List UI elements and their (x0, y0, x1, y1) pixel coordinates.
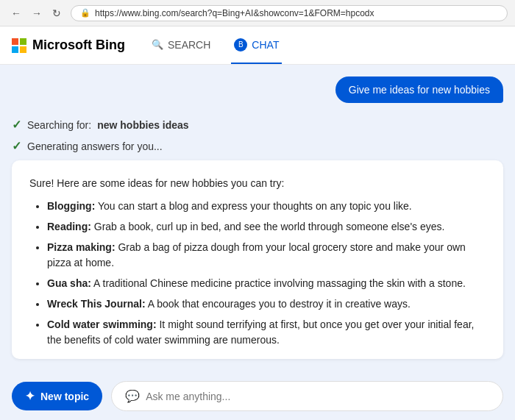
list-item: Cold water swimming: It might sound terr… (47, 317, 486, 349)
sparkle-icon: ✦ (25, 389, 35, 403)
item-title-3: Gua sha: (47, 277, 91, 289)
answer-intro: Sure! Here are some ideas for new hobbie… (29, 175, 486, 191)
tab-search-label: SEARCH (168, 39, 210, 51)
refresh-button[interactable]: ↻ (49, 6, 65, 21)
main-content: Give me ideas for new hobbies ✓ Searchin… (0, 65, 515, 420)
answer-list: Blogging: You can start a blog and expre… (29, 199, 486, 349)
status-2-text: Generating answers for you... (27, 140, 163, 152)
item-desc-0: You can start a blog and express your th… (98, 200, 412, 212)
status-1-prefix: Searching for: (27, 119, 91, 131)
list-item: Wreck This Journal: A book that encourag… (47, 296, 486, 313)
chat-bubble-icon: 💬 (125, 389, 140, 403)
nav-tabs: 🔍 SEARCH B CHAT (149, 26, 282, 64)
search-input-container[interactable]: 💬 (111, 381, 503, 411)
bing-logo: Microsoft Bing (12, 38, 125, 53)
user-message-container: Give me ideas for new hobbies (12, 76, 503, 103)
tab-chat-label: CHAT (252, 39, 279, 51)
status-searching: ✓ Searching for: new hobbies ideas (12, 118, 503, 132)
status-1-bold: new hobbies ideas (97, 119, 188, 131)
tab-search[interactable]: 🔍 SEARCH (149, 26, 213, 64)
nav-buttons: ← → ↻ (7, 6, 65, 21)
microsoft-logo-icon (12, 38, 26, 53)
forward-button[interactable]: → (28, 6, 46, 21)
item-desc-3: A traditional Chinese medicine practice … (93, 277, 466, 289)
new-topic-label: New topic (40, 391, 89, 402)
list-item: Pizza making: Grab a bag of pizza dough … (47, 240, 486, 271)
check-icon-2: ✓ (12, 139, 21, 153)
browser-chrome: ← → ↻ 🔒 https://www.bing.com/search?q=Bi… (0, 0, 515, 26)
item-desc-1: Grab a book, curl up in bed, and see the… (94, 221, 445, 232)
tab-chat[interactable]: B CHAT (231, 26, 282, 64)
user-message-bubble: Give me ideas for new hobbies (335, 76, 503, 103)
answer-card: Sure! Here are some ideas for new hobbie… (12, 160, 503, 359)
search-icon: 🔍 (152, 39, 163, 50)
item-title-5: Cold water swimming: (47, 318, 157, 330)
bing-logo-text: Microsoft Bing (32, 38, 125, 53)
item-title-0: Blogging: (47, 200, 95, 212)
status-generating: ✓ Generating answers for you... (12, 139, 503, 153)
ask-input[interactable] (146, 391, 489, 402)
list-item: Reading: Grab a book, curl up in bed, an… (47, 219, 486, 235)
user-message-text: Give me ideas for new hobbies (349, 84, 490, 96)
item-desc-4: A book that encourages you to destroy it… (148, 298, 411, 310)
chat-icon: B (234, 38, 247, 51)
bottom-bar: ✦ New topic 💬 (0, 372, 515, 420)
item-title-2: Pizza making: (47, 241, 116, 253)
lock-icon: 🔒 (80, 8, 90, 18)
back-button[interactable]: ← (7, 6, 25, 21)
page-header: Microsoft Bing 🔍 SEARCH B CHAT (0, 26, 515, 65)
item-title-1: Reading: (47, 221, 91, 232)
list-item: Gua sha: A traditional Chinese medicine … (47, 276, 486, 292)
url-text: https://www.bing.com/search?q=Bing+AI&sh… (95, 8, 374, 18)
item-title-4: Wreck This Journal: (47, 298, 146, 310)
new-topic-button[interactable]: ✦ New topic (12, 382, 102, 410)
address-bar[interactable]: 🔒 https://www.bing.com/search?q=Bing+AI&… (71, 5, 508, 21)
check-icon-1: ✓ (12, 118, 21, 132)
list-item: Blogging: You can start a blog and expre… (47, 199, 486, 215)
